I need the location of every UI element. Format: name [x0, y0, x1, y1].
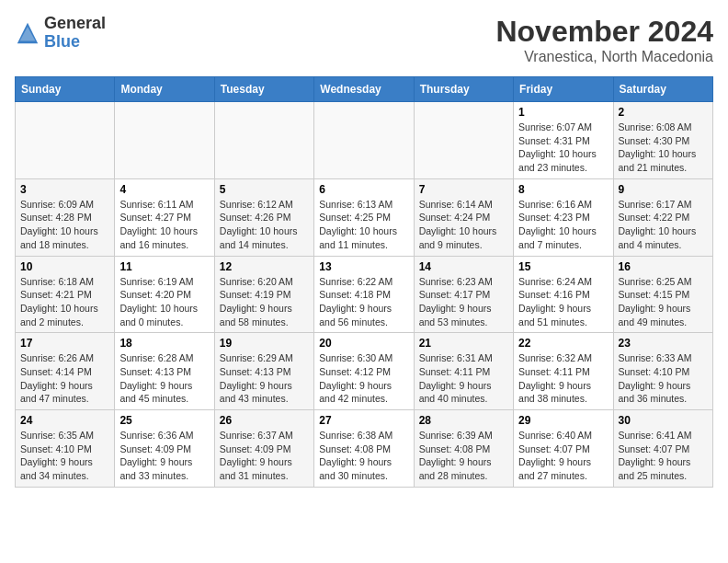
- day-number: 16: [619, 260, 708, 273]
- day-number: 1: [518, 106, 608, 119]
- logo-icon: [15, 20, 40, 46]
- day-number: 3: [20, 183, 109, 196]
- calendar-cell: [214, 102, 313, 179]
- calendar-cell: 15Sunrise: 6:24 AMSunset: 4:16 PMDayligh…: [514, 256, 613, 333]
- day-number: 5: [220, 183, 309, 196]
- calendar-header-tuesday: Tuesday: [214, 77, 313, 102]
- calendar-header-wednesday: Wednesday: [314, 77, 414, 102]
- calendar-cell: [115, 102, 214, 179]
- day-number: 10: [20, 260, 109, 273]
- day-number: 29: [518, 414, 608, 427]
- calendar-cell: 18Sunrise: 6:28 AMSunset: 4:13 PMDayligh…: [115, 333, 214, 410]
- day-number: 12: [220, 260, 309, 273]
- calendar-cell: 27Sunrise: 6:38 AMSunset: 4:08 PMDayligh…: [314, 410, 414, 488]
- day-number: 17: [20, 337, 109, 350]
- day-info: Sunrise: 6:18 AMSunset: 4:21 PMDaylight:…: [20, 275, 109, 329]
- day-info: Sunrise: 6:08 AMSunset: 4:30 PMDaylight:…: [619, 121, 708, 175]
- day-number: 30: [619, 414, 708, 427]
- calendar-cell: 2Sunrise: 6:08 AMSunset: 4:30 PMDaylight…: [613, 102, 712, 179]
- day-info: Sunrise: 6:36 AMSunset: 4:09 PMDaylight:…: [119, 429, 209, 483]
- day-number: 14: [419, 260, 508, 273]
- day-info: Sunrise: 6:11 AMSunset: 4:27 PMDaylight:…: [119, 198, 209, 252]
- day-number: 24: [20, 414, 109, 427]
- day-info: Sunrise: 6:29 AMSunset: 4:13 PMDaylight:…: [220, 351, 309, 406]
- day-info: Sunrise: 6:20 AMSunset: 4:19 PMDaylight:…: [220, 275, 309, 329]
- day-info: Sunrise: 6:33 AMSunset: 4:10 PMDaylight:…: [619, 351, 708, 406]
- calendar-cell: 7Sunrise: 6:14 AMSunset: 4:24 PMDaylight…: [414, 178, 513, 256]
- calendar-cell: 1Sunrise: 6:07 AMSunset: 4:31 PMDaylight…: [514, 102, 613, 179]
- day-number: 9: [619, 183, 708, 196]
- day-number: 15: [518, 260, 608, 273]
- calendar-cell: 9Sunrise: 6:17 AMSunset: 4:22 PMDaylight…: [613, 178, 712, 256]
- day-info: Sunrise: 6:16 AMSunset: 4:23 PMDaylight:…: [518, 198, 608, 252]
- day-number: 18: [119, 337, 209, 350]
- calendar-header-friday: Friday: [514, 77, 613, 102]
- day-info: Sunrise: 6:40 AMSunset: 4:07 PMDaylight:…: [518, 429, 608, 483]
- calendar-cell: 26Sunrise: 6:37 AMSunset: 4:09 PMDayligh…: [214, 410, 313, 488]
- calendar-cell: 17Sunrise: 6:26 AMSunset: 4:14 PMDayligh…: [16, 333, 115, 410]
- calendar-cell: 16Sunrise: 6:25 AMSunset: 4:15 PMDayligh…: [613, 256, 712, 333]
- logo-blue: Blue: [44, 32, 80, 51]
- calendar-cell: 23Sunrise: 6:33 AMSunset: 4:10 PMDayligh…: [613, 333, 712, 410]
- calendar-cell: 25Sunrise: 6:36 AMSunset: 4:09 PMDayligh…: [115, 410, 214, 488]
- calendar-cell: [414, 102, 513, 179]
- calendar-cell: [16, 102, 115, 179]
- calendar-cell: 29Sunrise: 6:40 AMSunset: 4:07 PMDayligh…: [514, 410, 613, 488]
- day-info: Sunrise: 6:37 AMSunset: 4:09 PMDaylight:…: [220, 429, 309, 483]
- calendar-header-sunday: Sunday: [16, 77, 115, 102]
- calendar-week-row: 17Sunrise: 6:26 AMSunset: 4:14 PMDayligh…: [16, 333, 713, 410]
- logo-text: General Blue: [44, 15, 106, 52]
- page-header: General Blue November 2024 Vranestica, N…: [15, 15, 713, 65]
- calendar-cell: 14Sunrise: 6:23 AMSunset: 4:17 PMDayligh…: [414, 256, 513, 333]
- day-info: Sunrise: 6:19 AMSunset: 4:20 PMDaylight:…: [119, 275, 209, 329]
- day-info: Sunrise: 6:28 AMSunset: 4:13 PMDaylight:…: [119, 351, 209, 406]
- day-info: Sunrise: 6:32 AMSunset: 4:11 PMDaylight:…: [518, 351, 608, 406]
- calendar-header-monday: Monday: [115, 77, 214, 102]
- calendar-week-row: 24Sunrise: 6:35 AMSunset: 4:10 PMDayligh…: [16, 410, 713, 488]
- day-info: Sunrise: 6:23 AMSunset: 4:17 PMDaylight:…: [419, 275, 508, 329]
- day-info: Sunrise: 6:14 AMSunset: 4:24 PMDaylight:…: [419, 198, 508, 252]
- day-number: 2: [619, 106, 708, 119]
- calendar-cell: 4Sunrise: 6:11 AMSunset: 4:27 PMDaylight…: [115, 178, 214, 256]
- day-number: 8: [518, 183, 608, 196]
- month-title: November 2024: [495, 15, 713, 49]
- calendar-header-thursday: Thursday: [414, 77, 513, 102]
- calendar-cell: [314, 102, 414, 179]
- calendar-cell: 3Sunrise: 6:09 AMSunset: 4:28 PMDaylight…: [16, 178, 115, 256]
- day-number: 25: [119, 414, 209, 427]
- calendar-cell: 20Sunrise: 6:30 AMSunset: 4:12 PMDayligh…: [314, 333, 414, 410]
- day-info: Sunrise: 6:07 AMSunset: 4:31 PMDaylight:…: [518, 121, 608, 175]
- day-info: Sunrise: 6:24 AMSunset: 4:16 PMDaylight:…: [518, 275, 608, 329]
- day-info: Sunrise: 6:35 AMSunset: 4:10 PMDaylight:…: [20, 429, 109, 483]
- day-info: Sunrise: 6:26 AMSunset: 4:14 PMDaylight:…: [20, 351, 109, 406]
- day-number: 28: [419, 414, 508, 427]
- day-number: 26: [220, 414, 309, 427]
- calendar-cell: 13Sunrise: 6:22 AMSunset: 4:18 PMDayligh…: [314, 256, 414, 333]
- day-number: 6: [319, 183, 408, 196]
- day-info: Sunrise: 6:09 AMSunset: 4:28 PMDaylight:…: [20, 198, 109, 252]
- day-info: Sunrise: 6:25 AMSunset: 4:15 PMDaylight:…: [619, 275, 708, 329]
- calendar-table: SundayMondayTuesdayWednesdayThursdayFrid…: [15, 76, 713, 488]
- day-number: 23: [619, 337, 708, 350]
- logo-general: General: [44, 14, 106, 32]
- day-number: 21: [419, 337, 508, 350]
- logo: General Blue: [15, 15, 106, 52]
- calendar-cell: 8Sunrise: 6:16 AMSunset: 4:23 PMDaylight…: [514, 178, 613, 256]
- calendar-cell: 10Sunrise: 6:18 AMSunset: 4:21 PMDayligh…: [16, 256, 115, 333]
- title-area: November 2024 Vranestica, North Macedoni…: [495, 15, 713, 65]
- calendar-header-saturday: Saturday: [613, 77, 712, 102]
- day-number: 27: [319, 414, 408, 427]
- calendar-cell: 6Sunrise: 6:13 AMSunset: 4:25 PMDaylight…: [314, 178, 414, 256]
- location-title: Vranestica, North Macedonia: [495, 49, 713, 65]
- day-number: 11: [119, 260, 209, 273]
- day-info: Sunrise: 6:31 AMSunset: 4:11 PMDaylight:…: [419, 351, 508, 406]
- calendar-cell: 19Sunrise: 6:29 AMSunset: 4:13 PMDayligh…: [214, 333, 313, 410]
- calendar-cell: 30Sunrise: 6:41 AMSunset: 4:07 PMDayligh…: [613, 410, 712, 488]
- day-info: Sunrise: 6:22 AMSunset: 4:18 PMDaylight:…: [319, 275, 408, 329]
- day-info: Sunrise: 6:12 AMSunset: 4:26 PMDaylight:…: [220, 198, 309, 252]
- calendar-cell: 28Sunrise: 6:39 AMSunset: 4:08 PMDayligh…: [414, 410, 513, 488]
- calendar-week-row: 3Sunrise: 6:09 AMSunset: 4:28 PMDaylight…: [16, 178, 713, 256]
- day-number: 22: [518, 337, 608, 350]
- day-number: 4: [119, 183, 209, 196]
- day-info: Sunrise: 6:13 AMSunset: 4:25 PMDaylight:…: [319, 198, 408, 252]
